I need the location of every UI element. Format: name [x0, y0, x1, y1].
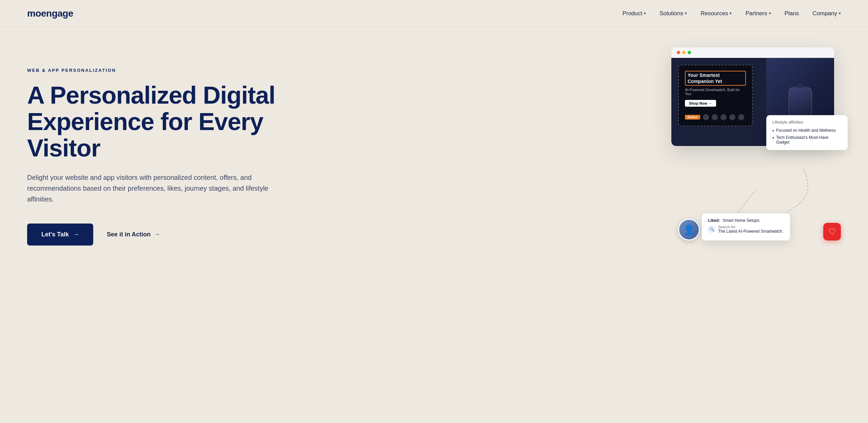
nav-link-company[interactable]: Company ▾ [812, 10, 841, 17]
chevron-down-icon: ▾ [685, 11, 687, 16]
editor-icon-2 [712, 114, 718, 120]
nav-link-partners[interactable]: Partners ▾ [745, 10, 771, 17]
affinity-card-title: Lifestyle affinities [772, 120, 842, 125]
hero-section: WEB & APP PERSONALIZATION A Personalized… [0, 27, 868, 423]
ad-card: Your Smartest Companion Yet AI-Powered S… [678, 65, 753, 126]
nav-links: Product ▾ Solutions ▾ Resources ▾ Partne… [623, 10, 841, 17]
user-search-row: 🔍 Search for: The Latest AI-Powered Smar… [708, 225, 784, 234]
hero-illustration: Your Smartest Companion Yet AI-Powered S… [671, 47, 848, 251]
nav-item-solutions[interactable]: Solutions ▾ [659, 10, 687, 17]
affinity-card: Lifestyle affinities Focused on Health a… [766, 115, 848, 150]
nav-link-plans[interactable]: Plans [785, 10, 799, 17]
nav-item-partners[interactable]: Partners ▾ [745, 10, 771, 17]
ad-card-shop-btn[interactable]: Shop Now → [685, 100, 716, 107]
browser-close-dot [677, 51, 680, 54]
browser-maximize-dot [688, 51, 691, 54]
search-label: Search for: [718, 225, 783, 229]
hero-title: A Personalized Digital Experience for Ev… [27, 82, 315, 161]
see-it-in-action-button[interactable]: See it in Action → [107, 231, 160, 238]
ad-card-title: Your Smartest Companion Yet [685, 71, 746, 86]
watch-shape [788, 87, 812, 117]
affinity-item-2: Tech Enthusiast's Must-Have Gadget [772, 134, 842, 145]
hero-actions: Let's Talk → See it in Action → [27, 224, 315, 246]
ad-card-subtitle: AI-Powered Smartwatch, Built for You [685, 88, 746, 96]
logo-text: moengage [27, 8, 73, 19]
arrow-icon: → [154, 231, 160, 238]
browser-minimize-dot [682, 51, 686, 54]
nav-link-resources[interactable]: Resources ▾ [701, 10, 732, 17]
arrow-icon: → [73, 231, 79, 238]
nav-item-company[interactable]: Company ▾ [812, 10, 841, 17]
nav-item-plans[interactable]: Plans [785, 10, 799, 17]
chevron-down-icon: ▾ [769, 11, 771, 16]
affinity-item-1: Focused on Health and Wellness [772, 127, 842, 134]
editor-icon-3 [721, 114, 727, 120]
hero-description: Delight your website and app visitors wi… [27, 172, 285, 205]
hero-content: WEB & APP PERSONALIZATION A Personalized… [27, 54, 315, 246]
nav-item-product[interactable]: Product ▾ [623, 10, 646, 17]
lets-talk-button[interactable]: Let's Talk → [27, 224, 93, 246]
editor-toolbar: Button [685, 114, 746, 120]
editor-icon-4 [729, 114, 735, 120]
logo[interactable]: moengage [27, 8, 73, 19]
user-liked-row: Liked: Smart Home Setups. [708, 218, 784, 223]
nav-link-product[interactable]: Product ▾ [623, 10, 646, 17]
user-activity-card: Liked: Smart Home Setups. 🔍 Search for: … [702, 213, 790, 240]
editor-icon-1 [703, 114, 709, 120]
search-icon: 🔍 [708, 226, 715, 233]
wishlist-icon: ♡ [823, 223, 841, 240]
hero-label: WEB & APP PERSONALIZATION [27, 68, 315, 73]
navigation: moengage Product ▾ Solutions ▾ Resources… [0, 0, 868, 27]
chevron-down-icon: ▾ [644, 11, 646, 16]
affinity-list: Focused on Health and Wellness Tech Enth… [772, 127, 842, 145]
editor-icon-5 [738, 114, 744, 120]
search-value: The Latest AI-Powered Smartwatch. [718, 229, 783, 234]
nav-item-resources[interactable]: Resources ▾ [701, 10, 732, 17]
browser-bar [671, 47, 834, 58]
user-avatar: 👤 [678, 219, 700, 240]
chevron-down-icon: ▾ [839, 11, 841, 16]
editor-button-label: Button [685, 115, 700, 120]
chevron-down-icon: ▾ [730, 11, 732, 16]
nav-link-solutions[interactable]: Solutions ▾ [659, 10, 687, 17]
